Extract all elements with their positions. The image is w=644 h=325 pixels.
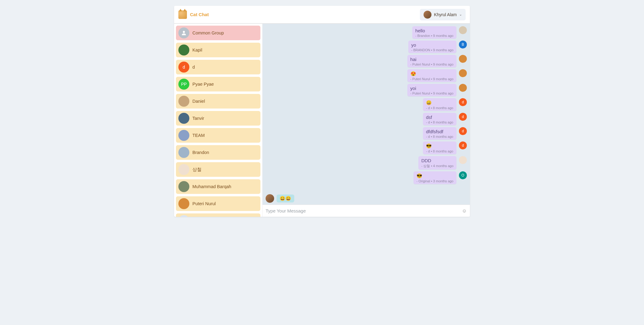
message-bubble: yo- BRANDON • 9 months ago — [408, 41, 456, 53]
message-text: 😍 — [410, 71, 453, 77]
contact-item[interactable]: Muhammad Barqah — [176, 179, 260, 194]
message-row: yoi- Puteri Nurul • 9 months ago — [266, 84, 467, 96]
chat-pane: hello- Brandon • 9 months agoyo- BRANDON… — [263, 24, 470, 217]
contact-avatar: Э — [178, 215, 189, 217]
contact-name: Common Group — [192, 30, 224, 35]
contact-item[interactable]: 상철 — [176, 162, 260, 177]
message-row: dfdfsfsdf- d • 8 months agod — [266, 127, 467, 140]
message-row: 😍- Puteri Nurul • 9 months ago — [266, 69, 467, 82]
compose-bar: ☺ — [263, 205, 470, 217]
svg-point-0 — [183, 31, 185, 33]
typing-avatar — [266, 194, 274, 203]
message-meta: - d • 8 months ago — [426, 135, 453, 138]
contact-name: Daniel — [192, 99, 205, 104]
app-title: Cat Chat — [190, 12, 209, 17]
contact-avatar — [178, 164, 189, 175]
contact-avatar — [178, 45, 189, 55]
message-text: DDD — [421, 158, 453, 163]
contact-item[interactable]: ЭЭлектронное — [176, 213, 260, 217]
contact-avatar — [178, 27, 189, 38]
header: Cat Chat Khyrul Alam ⌄ — [174, 6, 470, 23]
message-avatar — [459, 84, 467, 92]
contact-avatar — [178, 181, 189, 192]
brand-logo — [178, 10, 187, 19]
message-avatar: d — [459, 98, 467, 106]
message-avatar: d — [459, 141, 467, 149]
contact-item[interactable]: Kapil — [176, 43, 260, 57]
message-avatar: d — [459, 127, 467, 135]
message-bubble: DDD- 상철 • 4 months ago — [418, 156, 456, 170]
message-bubble: dfdfsfsdf- d • 8 months ago — [423, 127, 456, 140]
contact-avatar: d — [178, 62, 189, 73]
contact-item[interactable]: Brandon — [176, 145, 260, 160]
contact-item[interactable]: Puteri Nurul — [176, 196, 260, 211]
user-menu[interactable]: Khyrul Alam ⌄ — [420, 9, 466, 20]
message-avatar — [459, 156, 467, 164]
message-row: DDD- 상철 • 4 months ago — [266, 156, 467, 170]
message-meta: - d • 8 months ago — [426, 120, 453, 124]
brand: Cat Chat — [178, 10, 209, 19]
typing-bubble: 😄😄 — [277, 195, 294, 202]
emoji-picker-button[interactable]: ☺ — [462, 208, 467, 214]
messages-list[interactable]: hello- Brandon • 9 months agoyo- BRANDON… — [263, 24, 470, 193]
contact-name: Puteri Nurul — [192, 201, 216, 206]
message-meta: - d • 8 months ago — [426, 149, 453, 153]
message-avatar — [459, 26, 467, 34]
contact-avatar — [178, 147, 189, 158]
contact-avatar — [178, 130, 189, 141]
typing-emoji: 😄😄 — [280, 196, 291, 201]
contact-item[interactable]: dd — [176, 60, 260, 74]
message-bubble: 😍- Puteri Nurul • 9 months ago — [407, 69, 456, 82]
message-meta: - Brandon • 9 months ago — [415, 34, 453, 38]
message-meta: - Puteri Nurul • 9 months ago — [410, 77, 453, 81]
message-bubble: 😎- d • 8 months ago — [423, 141, 456, 154]
message-text: yo — [411, 42, 453, 48]
message-avatar: d — [459, 113, 467, 121]
message-row: 😎- d • 8 months agod — [266, 141, 467, 154]
message-text: yoi — [410, 86, 453, 91]
message-avatar: O — [459, 171, 467, 179]
message-bubble: yoi- Puteri Nurul • 9 months ago — [407, 84, 456, 96]
contact-item[interactable]: Common Group — [176, 26, 260, 40]
message-text: dfdfsfsdf — [426, 129, 453, 134]
message-row: hai- Puteri Nurul • 9 months ago — [266, 55, 467, 67]
app-window: Cat Chat Khyrul Alam ⌄ Common GroupKapil… — [174, 6, 470, 217]
contact-name: 상철 — [192, 167, 202, 173]
message-bubble: hello- Brandon • 9 months ago — [412, 26, 456, 39]
sidebar[interactable]: Common GroupKapilddPPPyae PyaeDanielTanv… — [174, 24, 263, 217]
contact-name: Pyae Pyae — [192, 82, 214, 87]
message-avatar — [459, 55, 467, 63]
contact-name: Kapil — [192, 48, 202, 52]
message-text: dsf — [426, 115, 453, 120]
contact-name: Tanvir — [192, 116, 204, 121]
message-text: hai — [410, 57, 453, 62]
contact-item[interactable]: Tanvir — [176, 111, 260, 126]
message-avatar: B — [459, 41, 467, 48]
contact-item[interactable]: TEAM — [176, 128, 260, 143]
message-input[interactable] — [266, 208, 460, 213]
contact-item[interactable]: Daniel — [176, 94, 260, 109]
contact-name: d — [192, 65, 195, 70]
message-meta: - Puteri Nurul • 9 months ago — [410, 91, 453, 95]
message-meta: - 상철 • 4 months ago — [421, 164, 453, 168]
contact-avatar — [178, 198, 189, 209]
message-meta: - BRANDON • 9 months ago — [411, 48, 453, 52]
typing-indicator-row: 😄😄 — [263, 193, 470, 205]
contact-name: TEAM — [192, 133, 205, 138]
contact-name: Muhammad Barqah — [192, 184, 231, 189]
message-bubble: 😎- Original • 3 months ago — [413, 171, 456, 184]
user-name: Khyrul Alam — [434, 12, 457, 17]
message-meta: - d • 8 months ago — [426, 106, 453, 110]
contact-item[interactable]: PPPyae Pyae — [176, 77, 260, 91]
contact-avatar — [178, 113, 189, 124]
contact-avatar — [178, 96, 189, 107]
message-text: hello — [415, 28, 453, 33]
message-bubble: hai- Puteri Nurul • 9 months ago — [407, 55, 456, 67]
message-row: yo- BRANDON • 9 months agoB — [266, 41, 467, 53]
contact-name: Brandon — [192, 150, 209, 155]
message-text: 😎 — [426, 143, 453, 149]
message-bubble: 😄- d • 8 months ago — [423, 98, 456, 111]
message-row: 😎- Original • 3 months agoO — [266, 171, 467, 184]
contact-avatar: PP — [178, 79, 189, 90]
message-row: 😄- d • 8 months agod — [266, 98, 467, 111]
